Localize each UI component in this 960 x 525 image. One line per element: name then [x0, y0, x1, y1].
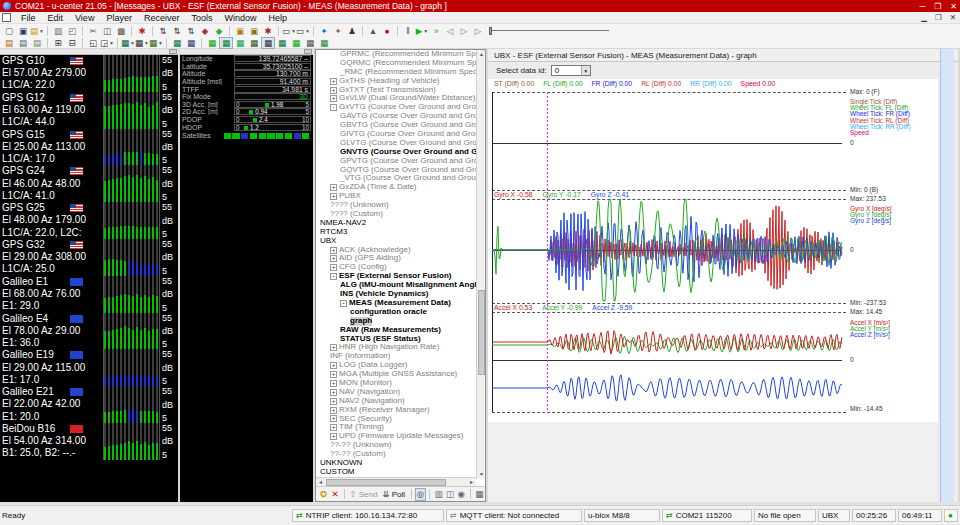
data-id-combobox[interactable]: 0 ▼: [551, 65, 591, 76]
tools-magic-icon[interactable]: ✦: [331, 25, 345, 37]
menu-edit[interactable]: Edit: [42, 13, 70, 23]
maximize-button[interactable]: ❐: [934, 2, 941, 11]
expand-icon[interactable]: +: [330, 424, 337, 431]
close-button[interactable]: ✕: [950, 2, 957, 11]
chart-view-3-icon[interactable]: ▦▼: [149, 37, 163, 49]
config-view-icon[interactable]: ▦: [317, 37, 331, 49]
menu-tools[interactable]: Tools: [185, 13, 218, 23]
menu-player[interactable]: Player: [100, 13, 138, 23]
copy-message-icon[interactable]: ◫: [444, 488, 455, 501]
tree-item-label[interactable]: UBX: [320, 237, 336, 246]
histogram-view-icon[interactable]: ▦: [233, 37, 247, 49]
collapse-icon[interactable]: -: [330, 273, 337, 280]
camera-view-icon[interactable]: ▦: [247, 37, 261, 49]
play-icon[interactable]: ▶▼: [415, 25, 429, 37]
tools-config-icon[interactable]: ✦: [317, 25, 331, 37]
print-icon[interactable]: ▥: [51, 25, 65, 37]
record-icon[interactable]: ●: [380, 25, 394, 37]
receiver-autobaud-icon[interactable]: ◆: [212, 25, 226, 37]
print-message-icon[interactable]: ▥: [433, 488, 444, 501]
playback-slider[interactable]: [489, 27, 609, 35]
text-console-icon[interactable]: ▤: [30, 37, 44, 49]
tile-horizontal-icon[interactable]: ⊞: [51, 37, 65, 49]
mdi-minimize-button[interactable]: ▁: [921, 13, 927, 22]
sky-view-icon[interactable]: ▦: [205, 37, 219, 49]
poll-icon[interactable]: ⇊: [380, 488, 391, 501]
message-view-icon[interactable]: ▦: [303, 37, 317, 49]
expand-icon[interactable]: +: [330, 264, 337, 271]
expand-icon[interactable]: +: [330, 184, 337, 191]
tree-horizontal-scrollbar[interactable]: ◄ ►: [316, 477, 476, 486]
mdi-restore-button[interactable]: ❐: [935, 13, 942, 22]
expand-icon[interactable]: +: [330, 344, 337, 351]
skip-end-icon[interactable]: ▷: [471, 25, 485, 37]
signal-view-icon[interactable]: ▦: [289, 37, 303, 49]
receiver-port-1-icon[interactable]: ⇅: [156, 25, 170, 37]
window-layout-1-icon[interactable]: ◱: [86, 37, 100, 49]
save-file-icon[interactable]: ▣: [16, 25, 30, 37]
send-icon[interactable]: ⇧: [347, 488, 358, 501]
find-icon[interactable]: ◎: [415, 488, 426, 501]
collapse-icon[interactable]: -: [340, 300, 347, 307]
tile-vertical-icon[interactable]: ⊟: [65, 37, 79, 49]
receiver-port-3-icon[interactable]: ⇅: [184, 25, 198, 37]
minimize-button[interactable]: ─: [919, 2, 925, 11]
receiver-hotkeys-icon[interactable]: ◆: [198, 25, 212, 37]
ucenter-icon[interactable]: ✱: [135, 25, 149, 37]
statistic-view-icon[interactable]: ▦: [275, 37, 289, 49]
expand-icon[interactable]: +: [330, 87, 337, 94]
menu-window[interactable]: Window: [218, 13, 262, 23]
scroll-up-icon[interactable]: ▲: [477, 50, 486, 59]
receiver-port-2-icon[interactable]: ⇅: [170, 25, 184, 37]
map-view-icon[interactable]: ▦: [184, 37, 198, 49]
view-combo-1-icon[interactable]: ▭▼: [282, 25, 296, 37]
packet-console-icon[interactable]: ▤: [2, 37, 16, 49]
expand-icon[interactable]: +: [330, 78, 337, 85]
expand-icon[interactable]: +: [330, 247, 337, 254]
tree-scroll-thumb[interactable]: [478, 290, 485, 375]
menu-help[interactable]: Help: [262, 13, 293, 23]
new-file-icon[interactable]: ▢: [2, 25, 16, 37]
pause-icon[interactable]: ‖: [401, 25, 415, 37]
tools-antenna-icon[interactable]: ♟: [345, 25, 359, 37]
tree-item[interactable]: configuration oracle: [316, 308, 476, 317]
chevron-down-icon[interactable]: ▼: [305, 28, 310, 34]
chevron-down-icon[interactable]: ▼: [109, 40, 114, 46]
chevron-down-icon[interactable]: ▼: [581, 66, 590, 75]
expand-icon[interactable]: +: [330, 415, 337, 422]
lock-icon[interactable]: ✪: [318, 488, 329, 501]
data-panel-scrollbar[interactable]: [180, 49, 313, 55]
expand-icon[interactable]: +: [330, 95, 337, 102]
measurement-chart[interactable]: ST (Diff) 0.00FL (Diff) 0.00FR (Diff) 0.…: [488, 79, 938, 422]
expand-icon[interactable]: +: [330, 380, 337, 387]
window-layout-2-icon[interactable]: ◲▼: [100, 37, 114, 49]
fast-forward-icon[interactable]: »: [429, 25, 443, 37]
scroll-down-icon[interactable]: ▼: [477, 470, 486, 479]
firmware-pkg-1-icon[interactable]: ▣: [233, 25, 247, 37]
binary-console-icon[interactable]: ▤: [16, 37, 30, 49]
step-forward-icon[interactable]: ▷: [457, 25, 471, 37]
docking-view-icon[interactable]: ▦: [261, 37, 275, 49]
table-view-icon[interactable]: ▦: [170, 37, 184, 49]
tree-vertical-scrollbar[interactable]: ▲ ▼: [476, 50, 485, 479]
chevron-down-icon[interactable]: ▼: [39, 28, 44, 34]
open-file-icon[interactable]: ▤▼: [30, 25, 44, 37]
copy-icon[interactable]: ◫: [100, 25, 114, 37]
firmware-pkg-3-icon[interactable]: ✱: [261, 25, 275, 37]
grid-icon[interactable]: ▦: [474, 488, 485, 501]
deviation-map-icon[interactable]: ▦: [219, 37, 233, 49]
collapse-icon[interactable]: -: [330, 104, 337, 111]
expand-icon[interactable]: +: [330, 371, 337, 378]
menu-receiver[interactable]: Receiver: [138, 13, 186, 23]
tree-item[interactable]: RTCM3: [316, 228, 476, 237]
eject-icon[interactable]: ▲: [366, 25, 380, 37]
pin-icon[interactable]: ◉: [456, 488, 467, 501]
expand-icon[interactable]: +: [330, 407, 337, 414]
paste-icon[interactable]: ▩: [114, 25, 128, 37]
expand-icon[interactable]: +: [330, 433, 337, 440]
tree-item[interactable]: CUSTOM: [316, 468, 476, 477]
firmware-pkg-2-icon[interactable]: ▣: [247, 25, 261, 37]
view-combo-2-icon[interactable]: ▭▼: [296, 25, 310, 37]
chart-view-2-icon[interactable]: ▦▼: [135, 37, 149, 49]
chevron-down-icon[interactable]: ▼: [423, 28, 428, 34]
